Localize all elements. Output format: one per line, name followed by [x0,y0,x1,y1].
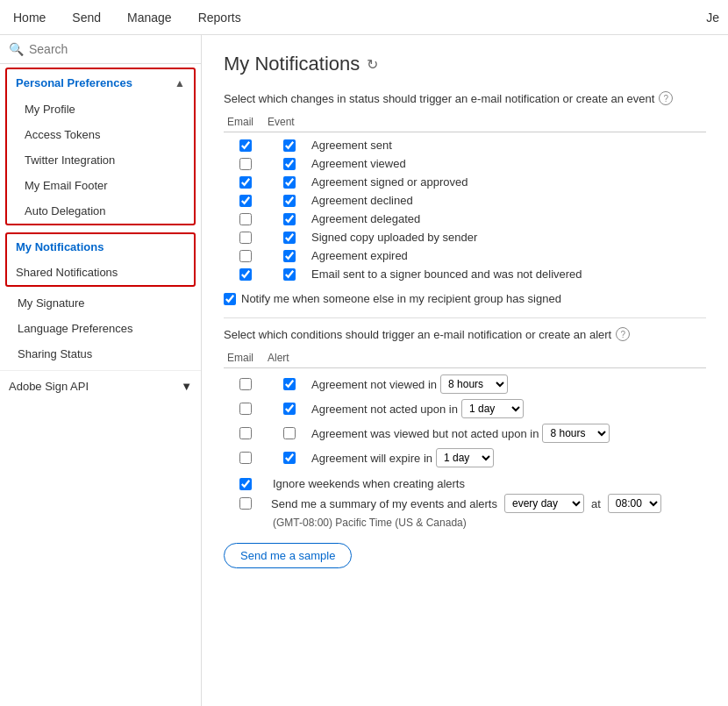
section1-event-chk-4[interactable] [283,213,296,225]
notify-group-label: Notify me when someone else in my recipi… [241,292,561,305]
section1-row: Agreement expired [224,246,706,265]
sidebar-item-language-preferences[interactable]: Language Preferences [0,316,201,341]
nav-manage[interactable]: Manage [123,11,176,25]
section1-email-chk-7[interactable] [239,268,252,281]
section1-event-chk-2[interactable] [283,176,296,189]
section2-header: Email Alert [224,348,706,368]
section2-select-2[interactable]: 4 hours8 hours16 hours1 day [542,424,610,443]
section1-help-icon[interactable]: ? [659,91,673,105]
top-navigation: Home Send Manage Reports Je [0,0,728,35]
summary-freq-select[interactable]: every dayevery week [504,494,584,513]
section2-email-chk-2[interactable] [239,427,252,439]
section2-row-label-0: Agreement not viewed in [311,378,437,391]
section2-row: Agreement was viewed but not acted upon … [224,421,706,446]
section1-row: Agreement signed or approved [224,173,706,191]
notifications-group: My Notifications Shared Notifications [5,232,196,287]
nav-home[interactable]: Home [9,11,50,25]
section1-row-label-0: Agreement sent [311,139,706,152]
col-header-email: Email [224,116,268,128]
section1-email-chk-4[interactable] [239,213,252,225]
col-header-event: Event [268,116,320,128]
section2-row: Agreement not viewed in 4 hours8 hours16… [224,372,706,396]
sidebar-item-twitter-integration[interactable]: Twitter Integration [7,147,194,173]
summary-at-label: at [591,497,601,510]
send-sample-button[interactable]: Send me a sample [224,543,352,568]
search-input[interactable] [29,42,192,56]
summary-time-select[interactable]: 06:0007:0008:0009:0010:00 [608,494,661,513]
section2-alert-chk-3[interactable] [283,452,296,464]
refresh-icon[interactable]: ↻ [367,56,378,73]
section1-rows: Agreement sent Agreement viewed Agreemen… [224,136,706,283]
section2-alert-chk-1[interactable] [283,403,296,415]
section1-label: Select which changes in status should tr… [224,91,706,105]
section1-row: Agreement delegated [224,210,706,228]
page-title-area: My Notifications ↻ [224,53,706,75]
section1-row-label-6: Agreement expired [311,249,706,262]
sidebar-item-my-signature[interactable]: My Signature [0,290,201,316]
section2-alert-chk-2[interactable] [283,427,296,439]
sidebar-item-shared-notifications[interactable]: Shared Notifications [7,260,194,285]
section1-row-label-3: Agreement declined [311,194,706,207]
section1-email-chk-3[interactable] [239,195,252,207]
nav-reports[interactable]: Reports [194,11,246,25]
sidebar-item-sharing-status[interactable]: Sharing Status [0,341,201,367]
section1-event-chk-3[interactable] [283,195,296,207]
chevron-down-icon: ▼ [181,380,192,393]
sidebar: 🔍 Personal Preferences ▲ My Profile Acce… [0,35,202,706]
api-section-label: Adobe Sign API [9,380,89,393]
section1-event-chk-5[interactable] [283,232,296,244]
sidebar-item-auto-delegation[interactable]: Auto Delegation [7,198,194,224]
section1-row-label-7: Email sent to a signer bounced and was n… [311,267,706,281]
section2-email-chk-0[interactable] [239,378,252,390]
alert-col-email: Email [224,352,268,364]
ignore-weekends-checkbox[interactable] [239,478,252,490]
main-content: My Notifications ↻ Select which changes … [202,35,728,706]
section1-header: Email Event [224,112,706,132]
personal-preferences-label: Personal Preferences [16,76,132,89]
section2-select-0[interactable]: 4 hours8 hours16 hours1 day2 days [440,374,508,394]
section2-row-label-1: Agreement not acted upon in [311,403,458,416]
summary-checkbox[interactable] [239,497,252,510]
section2-alert-chk-0[interactable] [283,378,296,390]
section1-email-chk-6[interactable] [239,250,252,262]
section1-row-label-4: Agreement delegated [311,212,706,225]
sidebar-item-access-tokens[interactable]: Access Tokens [7,122,194,147]
section2-select-3[interactable]: 1 day2 days3 days5 days [436,448,494,467]
section1-event-chk-0[interactable] [283,139,296,152]
section2-row-label-3: Agreement will expire in [311,452,432,465]
alert-col-alert: Alert [268,352,320,364]
section1-event-chk-7[interactable] [283,268,296,281]
section1-email-chk-1[interactable] [239,158,252,170]
personal-preferences-header[interactable]: Personal Preferences ▲ [7,69,194,96]
sidebar-search-area: 🔍 [0,35,201,64]
section1-event-chk-1[interactable] [283,158,296,170]
section2-email-chk-1[interactable] [239,403,252,415]
summary-row: Send me a summary of my events and alert… [224,494,706,513]
section1-email-chk-5[interactable] [239,232,252,244]
chevron-up-icon: ▲ [175,77,185,89]
timezone-label: (GMT-08:00) Pacific Time (US & Canada) [273,517,706,529]
section2-select-1[interactable]: 4 hours8 hours1 day2 days3 days [461,399,524,418]
personal-preferences-section: Personal Preferences ▲ My Profile Access… [5,68,196,225]
notify-group-checkbox[interactable] [224,293,236,305]
section1-row: Agreement viewed [224,154,706,173]
section1-row: Email sent to a signer bounced and was n… [224,265,706,283]
section2-rows: Agreement not viewed in 4 hours8 hours16… [224,372,706,470]
personal-preferences-items: My Profile Access Tokens Twitter Integra… [7,96,194,224]
sidebar-item-my-profile[interactable]: My Profile [7,96,194,122]
section1-event-chk-6[interactable] [283,250,296,262]
section1-row: Signed copy uploaded by sender [224,228,706,246]
user-avatar[interactable]: Je [706,11,719,25]
section2-help-icon[interactable]: ? [616,327,630,341]
ignore-weekends-row: Ignore weekends when creating alerts [224,477,706,490]
section1-email-chk-2[interactable] [239,176,252,189]
sidebar-item-my-notifications[interactable]: My Notifications [7,234,194,260]
nav-send[interactable]: Send [68,11,105,25]
sidebar-api-section[interactable]: Adobe Sign API ▼ [0,370,201,402]
section2-email-chk-3[interactable] [239,452,252,464]
section2-row: Agreement not acted upon in 4 hours8 hou… [224,396,706,421]
section1-row: Agreement sent [224,136,706,154]
main-layout: 🔍 Personal Preferences ▲ My Profile Acce… [0,35,728,706]
sidebar-item-my-email-footer[interactable]: My Email Footer [7,173,194,198]
section1-email-chk-0[interactable] [239,139,252,152]
